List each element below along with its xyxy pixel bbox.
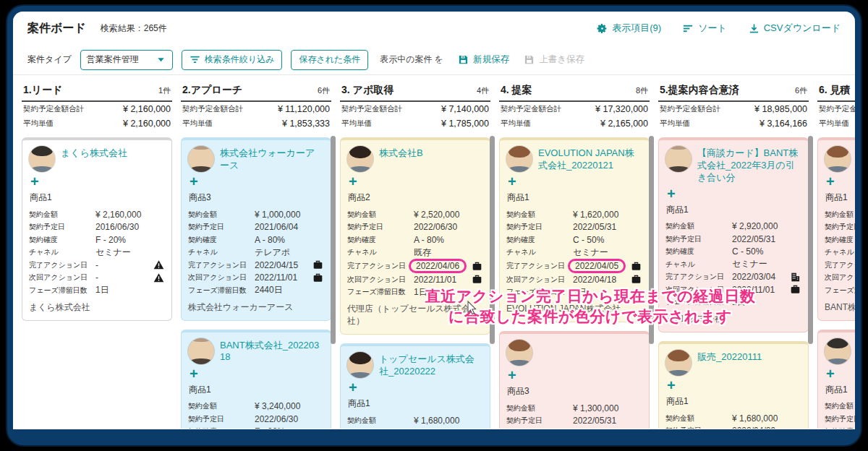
field-label: 契約予定日 xyxy=(825,414,855,424)
column-scrollbar[interactable] xyxy=(808,136,813,344)
add-action-button[interactable]: + xyxy=(826,366,839,381)
product-name: 商品1 xyxy=(30,192,165,204)
field-label: フェーズ滞留日数 xyxy=(347,287,414,297)
add-action-button[interactable]: + xyxy=(190,366,203,381)
add-action-button[interactable]: + xyxy=(826,174,839,189)
column-total-row: 契約予定金額合計¥ 17,320,000 xyxy=(499,102,650,116)
card-field-channel: チャネル既存 xyxy=(347,246,483,259)
field-label: チャネル xyxy=(506,247,573,257)
field-value: F - 20% xyxy=(95,235,126,245)
csv-download-button[interactable]: CSVダウンロード xyxy=(749,22,841,35)
building-icon xyxy=(790,272,801,283)
add-action-button[interactable]: + xyxy=(508,368,521,382)
add-action-button[interactable]: + xyxy=(30,174,43,189)
deal-card[interactable]: +商品1契約金額契約予定日契約確度チャネル完了アクション日次回アクション日フェー… xyxy=(817,330,855,429)
card-field-probability: 契約確度C - 50% xyxy=(665,246,801,259)
phase-count: 8件 xyxy=(636,85,648,96)
product-name: 商品1 xyxy=(348,398,483,410)
field-label: 契約確度 xyxy=(29,235,95,245)
deal-title-link[interactable]: トップセールス株式会社_20220222 xyxy=(379,352,483,378)
avatar xyxy=(506,146,532,172)
deal-title-link[interactable]: EVOLUTION JAPAN株式会社_20220121 xyxy=(538,146,642,172)
avg-label: 平均単価 xyxy=(660,119,690,129)
phase-name: 6. 見積 xyxy=(819,84,851,97)
field-label: 次回アクション日 xyxy=(506,275,573,285)
deal-title-link[interactable]: BANT株式会社_20220318 xyxy=(220,338,324,364)
save-new-button[interactable]: 新規保存 xyxy=(458,53,509,66)
add-action-button[interactable]: + xyxy=(190,174,203,189)
filter-conditions-label: 検索条件絞り込み xyxy=(205,53,275,66)
field-label: 次回アクション日 xyxy=(188,272,255,283)
card-field-date: 契約予定日2022/05/31 xyxy=(506,221,642,234)
chevron-down-icon xyxy=(156,54,166,65)
card-field-done: 完了アクション日- xyxy=(29,259,165,272)
save-overwrite-button[interactable]: 上書き保存 xyxy=(524,53,584,66)
card-field-date: 契約予定日2022/04/29 xyxy=(665,425,801,429)
deal-title-link[interactable]: 株式会社ウォーカーアース xyxy=(220,146,324,172)
field-value: 2022/05/31 xyxy=(732,234,775,244)
gear-icon xyxy=(597,23,608,34)
total-value: ¥ 18,985,000 xyxy=(754,104,807,114)
cards-container: まくら株式会社+商品1契約金額¥ 2,160,000契約予定日2016/06/3… xyxy=(22,137,172,321)
product-name: 商品1 xyxy=(189,384,324,396)
sort-button[interactable]: ソート xyxy=(683,22,727,35)
card-field-amount: 契約金額¥ 1,300,000 xyxy=(506,402,642,415)
field-label: 契約予定日 xyxy=(665,234,732,244)
card-field-channel: チャネルセミナー xyxy=(665,258,801,271)
briefcase-icon xyxy=(631,274,642,285)
card-top: BANT株式会社_20220318 xyxy=(188,338,324,364)
deal-card[interactable]: トップセールス株式会社_20220222+商品1契約金額¥ 1,680,000契… xyxy=(340,343,490,429)
card-field-done: 完了アクション日2022/03/04 xyxy=(665,271,801,284)
deal-card[interactable]: +商品1契約金額契約予定日契約確度チャネル完了アクション日次回アクション日フェー… xyxy=(817,137,855,321)
column-header: 5.提案内容合意済6件 xyxy=(658,82,809,102)
field-label: 契約金額 xyxy=(506,210,573,220)
field-value: ¥ 2,920,000 xyxy=(732,221,778,231)
add-action-button[interactable]: + xyxy=(667,186,680,201)
avg-value: ¥ 3,164,166 xyxy=(760,119,807,129)
add-action-button[interactable]: + xyxy=(508,174,521,189)
add-action-button[interactable]: + xyxy=(349,174,362,189)
cards-container: 株式会社ウォーカーアース+商品3契約金額¥ 1,000,000契約予定日2021… xyxy=(181,137,331,429)
deal-title-link[interactable]: 【商談カード】BANT株式会社_2022年3月の引き合い分 xyxy=(697,146,801,184)
field-value: セミナー xyxy=(95,246,131,259)
deal-card[interactable]: +商品3契約金額¥ 1,300,000契約予定日2022/05/31契約確度A … xyxy=(499,331,650,429)
phase-column: 2.アプローチ6件契約予定金額合計¥ 11,120,000平均単価¥ 1,853… xyxy=(181,82,331,429)
column-scrollbar[interactable] xyxy=(331,136,336,344)
column-avg-row: 平均単価¥ 2,165,000 xyxy=(499,116,650,131)
add-action-button[interactable]: + xyxy=(667,378,680,392)
card-top xyxy=(506,340,642,366)
field-value: ¥ 2,160,000 xyxy=(95,210,141,220)
deal-card[interactable]: 販売_20220111+商品1契約金額¥ 1,680,000契約予定日2022/… xyxy=(658,341,809,429)
deal-type-select[interactable]: 営業案件管理 xyxy=(80,50,173,70)
display-items-label: 表示項目(9) xyxy=(612,22,661,35)
card-field-date: 契約予定日2022/06/30 xyxy=(347,427,483,429)
filter-conditions-button[interactable]: 検索条件絞り込み xyxy=(182,50,283,70)
field-value: - xyxy=(95,272,98,283)
field-value: 2016/06/30 xyxy=(95,222,139,232)
field-value: セミナー xyxy=(732,258,767,270)
card-top: 販売_20220111 xyxy=(665,350,801,376)
field-value: ¥ 1,620,000 xyxy=(573,210,618,220)
deal-title-link[interactable]: 株式会社B xyxy=(379,146,423,172)
card-field-next: 次回アクション日- xyxy=(29,272,165,285)
download-icon xyxy=(749,23,760,34)
deal-title-link[interactable]: 販売_20220111 xyxy=(697,350,762,376)
cards-container: +商品1契約金額契約予定日契約確度チャネル完了アクション日次回アクション日フェー… xyxy=(817,137,855,429)
add-action-button[interactable]: + xyxy=(349,380,362,395)
saved-conditions-button[interactable]: 保存された条件 xyxy=(291,50,368,70)
card-field-probability: 契約確度 xyxy=(825,233,855,246)
deal-card[interactable]: まくら株式会社+商品1契約金額¥ 2,160,000契約予定日2016/06/3… xyxy=(22,137,172,321)
sort-label: ソート xyxy=(698,22,727,35)
field-label: 完了アクション日 xyxy=(29,260,95,270)
avg-label: 平均単価 xyxy=(23,119,54,129)
product-name: 商品3 xyxy=(507,385,642,398)
deal-card[interactable]: BANT株式会社_20220318+商品1契約金額¥ 3,240,000契約予定… xyxy=(181,330,331,429)
field-label: フェーズ滞留日数 xyxy=(825,285,855,296)
deal-title-link[interactable]: まくら株式会社 xyxy=(61,146,127,172)
deal-card[interactable]: 株式会社ウォーカーアース+商品3契約金額¥ 1,000,000契約予定日2021… xyxy=(181,137,331,321)
field-value: 既存 xyxy=(414,246,431,259)
display-items-button[interactable]: 表示項目(9) xyxy=(597,22,661,35)
total-label: 契約予定金額合計 xyxy=(23,104,84,114)
avatar xyxy=(347,352,373,378)
total-label: 契約予定金額合計 xyxy=(819,104,855,114)
